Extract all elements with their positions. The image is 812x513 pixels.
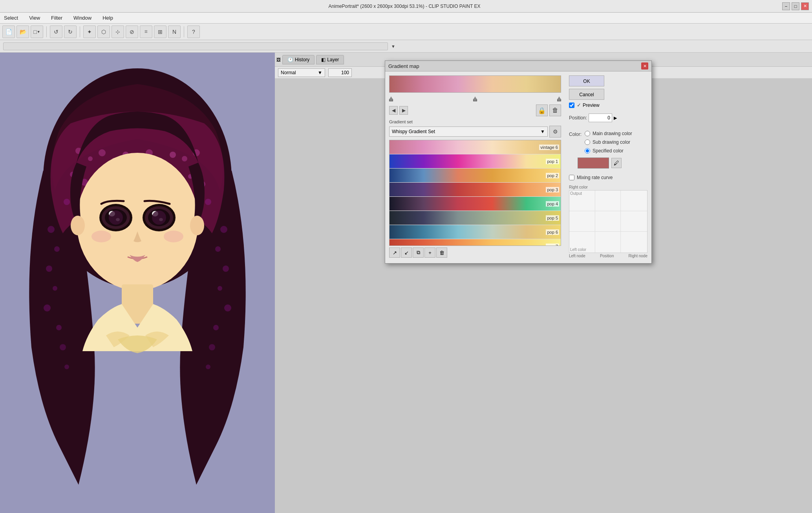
menu-help[interactable]: Help bbox=[100, 14, 115, 22]
gradient-import-button[interactable]: ↙ bbox=[401, 247, 412, 258]
gradient-name-pop6: pop 6 bbox=[546, 229, 559, 235]
svg-point-29 bbox=[48, 226, 55, 233]
gradient-copy-button[interactable]: ⧉ bbox=[413, 247, 424, 258]
blend-dropdown-arrow: ▼ bbox=[318, 70, 322, 75]
gradient-export-button[interactable]: ↗ bbox=[389, 247, 400, 258]
specified-color-row: Specified color bbox=[585, 148, 632, 154]
svg-point-38 bbox=[215, 246, 221, 252]
nav-prev-button[interactable]: ◀ bbox=[389, 106, 398, 115]
maximize-button[interactable]: □ bbox=[792, 2, 799, 10]
right-color-label: Right color bbox=[569, 185, 588, 189]
text-button[interactable]: N bbox=[168, 26, 181, 38]
position-input[interactable] bbox=[589, 114, 612, 122]
delete-gradient-button[interactable]: 🗑 bbox=[549, 104, 561, 116]
gradient-row-pop1[interactable]: pop 1 bbox=[390, 154, 561, 169]
gradient-swatch-pop7 bbox=[390, 239, 561, 246]
grid-button[interactable]: ⌗ bbox=[140, 26, 152, 38]
mixing-rate-row: Mixing rate curve bbox=[569, 175, 647, 180]
tab-layer[interactable]: ◧ Layer bbox=[316, 55, 344, 64]
opacity-field[interactable]: 100 bbox=[328, 68, 352, 77]
menu-view[interactable]: View bbox=[27, 14, 42, 22]
tab-history-label: History bbox=[295, 57, 309, 62]
gradient-stop-right[interactable] bbox=[557, 97, 561, 101]
specified-color-swatch-row: 🖊 bbox=[578, 158, 647, 169]
toolbar-sep2 bbox=[80, 26, 80, 37]
gradient-add-button[interactable]: + bbox=[424, 247, 435, 258]
gradient-row-pop3[interactable]: pop 3 bbox=[390, 183, 561, 197]
cancel-button[interactable]: Cancel bbox=[569, 89, 604, 100]
eyedropper-button[interactable]: 🖊 bbox=[611, 158, 622, 168]
menu-filter[interactable]: Filter bbox=[49, 14, 65, 22]
toolbar: 📄 📂 □▼ ↺ ↻ ✦ ⬡ ⊹ ⊘ ⌗ ⊞ N ? bbox=[0, 24, 812, 40]
specified-color-radio[interactable] bbox=[585, 148, 590, 154]
preview-label[interactable]: Preview bbox=[583, 103, 600, 108]
selection-button[interactable]: ✦ bbox=[83, 26, 96, 38]
position-axis-label: Position bbox=[600, 254, 614, 258]
position-arrow[interactable]: ▶ bbox=[614, 115, 617, 121]
main-area: 🖼 🕐 History ◧ Layer Normal ▼ 100 bbox=[0, 53, 812, 513]
gradient-row-pop2[interactable]: pop 2 bbox=[390, 169, 561, 183]
mixing-rate-checkbox[interactable] bbox=[569, 175, 574, 180]
svg-point-37 bbox=[220, 226, 227, 233]
dialog-close-button[interactable]: ✕ bbox=[641, 62, 648, 70]
transform-button[interactable]: □▼ bbox=[31, 26, 43, 38]
specified-color-swatch[interactable] bbox=[578, 158, 609, 169]
svg-point-58 bbox=[152, 211, 166, 225]
gradient-row-pop7[interactable]: pop 7 bbox=[390, 239, 561, 246]
gradient-row-pop6[interactable]: pop 6 bbox=[390, 225, 561, 239]
gradient-name-pop1: pop 1 bbox=[546, 159, 559, 164]
gradient-list[interactable]: vintage 6 pop 1 pop 2 pop 3 bbox=[389, 140, 561, 246]
svg-point-42 bbox=[213, 325, 219, 330]
gradient-trash-button[interactable]: 🗑 bbox=[436, 247, 447, 258]
ok-button[interactable]: OK bbox=[569, 75, 604, 86]
nav-next-button[interactable]: ▶ bbox=[399, 106, 408, 115]
svg-point-52 bbox=[109, 211, 123, 225]
svg-point-45 bbox=[77, 153, 198, 290]
menu-window[interactable]: Window bbox=[71, 14, 94, 22]
main-drawing-color-radio[interactable] bbox=[585, 131, 590, 136]
preview-checkbox[interactable] bbox=[569, 103, 574, 108]
redo-button[interactable]: ↻ bbox=[64, 26, 77, 38]
open-button[interactable]: 📂 bbox=[16, 26, 29, 38]
lock-gradient-button[interactable]: 🔒 bbox=[536, 104, 548, 116]
curve-area: Right color Output Left color bbox=[569, 185, 647, 258]
curve-left-color-label: Left color bbox=[570, 247, 586, 252]
svg-point-40 bbox=[218, 286, 222, 291]
gradient-stop-middle[interactable] bbox=[473, 97, 477, 101]
gradient-name-pop5: pop 5 bbox=[546, 215, 559, 221]
undo-button[interactable]: ↺ bbox=[50, 26, 62, 38]
lasso-button[interactable]: ⬡ bbox=[97, 26, 110, 38]
gradient-set-dropdown[interactable]: Whispy Gradient Set ▼ bbox=[389, 126, 548, 137]
zoom-slider[interactable] bbox=[3, 42, 388, 50]
svg-point-30 bbox=[54, 246, 60, 252]
gradient-name-pop4: pop 4 bbox=[546, 201, 559, 207]
sub-drawing-color-radio[interactable] bbox=[585, 139, 590, 145]
preview-checkmark: ✓ bbox=[577, 102, 581, 108]
crop-button[interactable]: ⊘ bbox=[126, 26, 138, 38]
gradient-set-row: Whispy Gradient Set ▼ ⚙ bbox=[389, 126, 561, 137]
help-button[interactable]: ? bbox=[187, 26, 200, 38]
menu-select[interactable]: Select bbox=[2, 14, 20, 22]
tab-history[interactable]: 🕐 History bbox=[282, 55, 315, 64]
gradient-stop-left[interactable] bbox=[389, 97, 393, 101]
gradient-set-label: Gradient set bbox=[389, 119, 561, 124]
svg-point-39 bbox=[223, 266, 229, 272]
gradient-row-pop4[interactable]: pop 4 bbox=[390, 197, 561, 211]
gradient-row-vintage6[interactable]: vintage 6 bbox=[390, 140, 561, 154]
curve-canvas[interactable]: Output Left color bbox=[569, 190, 647, 253]
gradient-preview-bar[interactable] bbox=[389, 75, 561, 93]
frame-button[interactable]: ⊞ bbox=[154, 26, 166, 38]
gradient-set-settings-button[interactable]: ⚙ bbox=[549, 126, 561, 137]
close-button[interactable]: ✕ bbox=[801, 2, 809, 10]
mixing-rate-label[interactable]: Mixing rate curve bbox=[577, 175, 613, 180]
minimize-button[interactable]: − bbox=[782, 2, 790, 10]
gradient-swatch-pop3 bbox=[390, 183, 561, 196]
preview-row: ✓ Preview bbox=[569, 102, 647, 108]
window-controls[interactable]: − □ ✕ bbox=[782, 2, 809, 10]
new-button[interactable]: 📄 bbox=[2, 26, 15, 38]
move-button[interactable]: ⊹ bbox=[112, 26, 124, 38]
gradient-row-pop5[interactable]: pop 5 bbox=[390, 211, 561, 225]
blend-mode-dropdown[interactable]: Normal ▼ bbox=[278, 68, 325, 77]
svg-point-62 bbox=[190, 216, 204, 235]
svg-point-41 bbox=[224, 304, 231, 311]
